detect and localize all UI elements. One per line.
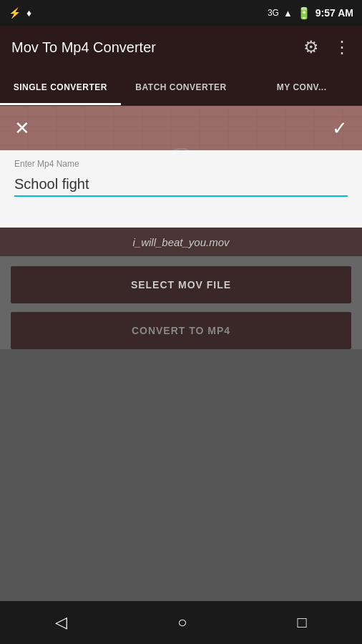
main-content: ▶ ✕ ✓ Enter Mp4 Name i_will_beat_you.mov… [0,106,362,349]
input-label: Enter Mp4 Name [14,159,348,169]
status-time: 9:57 AM [315,7,353,19]
app-bar: Mov To Mp4 Converter ⚙ ⋮ [0,26,362,69]
rename-dialog: ✕ ✓ Enter Mp4 Name [0,106,362,228]
back-button[interactable]: ◁ [55,613,67,632]
status-bar-left: ⚡ ♦ [9,7,31,19]
tab-my-conversions[interactable]: MY CONV... [241,69,362,105]
app-bar-icons: ⚙ ⋮ [303,37,351,57]
select-mov-file-button[interactable]: SELECT MOV FILE [11,266,351,303]
status-bar: ⚡ ♦ 3G ▲ 🔋 9:57 AM [0,0,362,26]
mp4-name-input[interactable] [14,173,348,197]
tab-single-converter[interactable]: SINGLE CONVERTER [0,69,121,105]
signal-bars: ▲ [283,8,293,19]
recent-apps-button[interactable]: □ [298,613,307,632]
app-title: Mov To Mp4 Converter [11,39,156,56]
dialog-confirm-button[interactable]: ✓ [332,117,348,140]
home-button[interactable]: ○ [177,613,187,632]
bottom-nav: ◁ ○ □ [0,601,362,644]
tab-bar: SINGLE CONVERTER BATCH CONVERTER MY CONV… [0,69,362,106]
more-options-icon[interactable]: ⋮ [333,37,351,57]
tab-batch-converter[interactable]: BATCH CONVERTER [121,69,242,105]
dialog-close-button[interactable]: ✕ [14,117,30,140]
file-name-text: i_will_beat_you.mov [132,236,229,248]
usb-icon: ⚡ [9,7,21,19]
convert-to-mp4-button[interactable]: CONVERT TO MP4 [11,312,351,349]
status-bar-right: 3G ▲ 🔋 9:57 AM [268,6,353,20]
file-info-bar: i_will_beat_you.mov [0,228,362,256]
android-icon: ♦ [26,7,31,19]
dialog-toolbar: ✕ ✓ [0,106,362,150]
battery-icon: 🔋 [297,6,311,20]
dialog-input-area: Enter Mp4 Name [0,150,362,228]
signal-indicator: 3G [268,8,279,18]
settings-icon[interactable]: ⚙ [303,37,319,57]
video-container: ▶ ✕ ✓ Enter Mp4 Name [0,106,362,228]
